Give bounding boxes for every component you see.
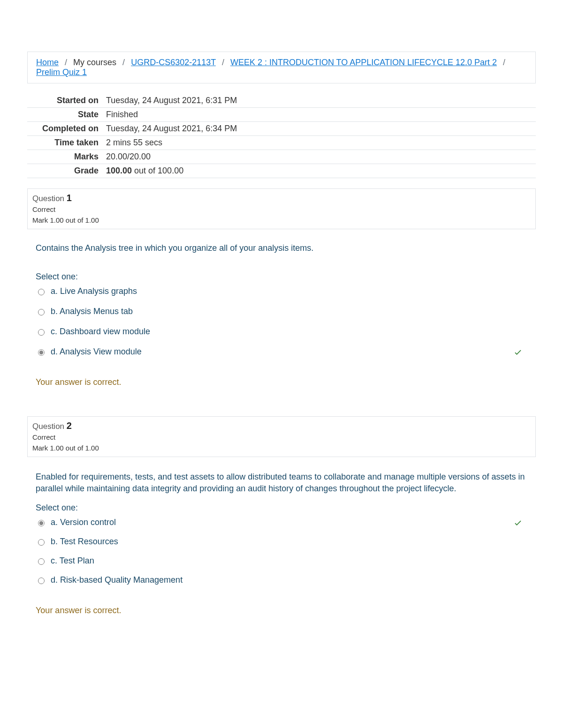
question-title: Question 1 bbox=[32, 193, 531, 203]
summary-label: Marks bbox=[27, 150, 102, 164]
summary-label: Time taken bbox=[27, 136, 102, 150]
question-word: Question bbox=[32, 422, 64, 431]
option-c[interactable]: c. Test Plan bbox=[36, 554, 527, 568]
breadcrumb-home[interactable]: Home bbox=[36, 58, 59, 67]
question-number: 2 bbox=[67, 420, 72, 431]
summary-row-marks: Marks 20.00/20.00 bbox=[27, 150, 536, 164]
select-one-label: Select one: bbox=[36, 503, 527, 513]
option-label: a. Live Analysis graphs bbox=[51, 286, 527, 296]
summary-row-grade: Grade 100.00 out of 100.00 bbox=[27, 164, 536, 178]
summary-label: Completed on bbox=[27, 122, 102, 136]
option-c[interactable]: c. Dashboard view module bbox=[36, 325, 527, 338]
select-one-label: Select one: bbox=[36, 272, 527, 282]
summary-label: Grade bbox=[27, 164, 102, 178]
summary-value: 2 mins 55 secs bbox=[102, 136, 536, 150]
question-text: Enabled for requirements, tests, and tes… bbox=[36, 471, 527, 495]
summary-row-started: Started on Tuesday, 24 August 2021, 6:31… bbox=[27, 94, 536, 108]
check-icon bbox=[513, 518, 523, 527]
radio-input[interactable] bbox=[38, 539, 45, 546]
question-mark: Mark 1.00 out of 1.00 bbox=[32, 444, 531, 452]
question-title: Question 2 bbox=[32, 420, 531, 431]
quiz-summary-table: Started on Tuesday, 24 August 2021, 6:31… bbox=[27, 94, 536, 178]
summary-value: Tuesday, 24 August 2021, 6:34 PM bbox=[102, 122, 536, 136]
option-b[interactable]: b. Test Resources bbox=[36, 535, 527, 548]
radio-input[interactable] bbox=[38, 329, 45, 336]
breadcrumb: Home / My courses / UGRD-CS6302-2113T / … bbox=[27, 52, 536, 83]
option-label: a. Version control bbox=[51, 518, 509, 527]
radio-input[interactable] bbox=[38, 309, 45, 315]
summary-value: Tuesday, 24 August 2021, 6:31 PM bbox=[102, 94, 536, 108]
radio-input[interactable] bbox=[38, 578, 45, 584]
question-status: Correct bbox=[32, 433, 531, 441]
question-1-header-box: Question 1 Correct Mark 1.00 out of 1.00 bbox=[27, 188, 536, 229]
question-1-body: Contains the Analysis tree in which you … bbox=[27, 229, 536, 406]
grade-value: 100.00 bbox=[106, 166, 132, 175]
breadcrumb-sep: / bbox=[122, 58, 125, 67]
option-label: c. Test Plan bbox=[51, 556, 527, 566]
summary-label: Started on bbox=[27, 94, 102, 108]
radio-input[interactable] bbox=[38, 289, 45, 295]
option-d[interactable]: d. Analysis View module bbox=[36, 345, 527, 359]
summary-value: 20.00/20.00 bbox=[102, 150, 536, 164]
breadcrumb-sep: / bbox=[503, 58, 505, 67]
question-2-header-box: Question 2 Correct Mark 1.00 out of 1.00 bbox=[27, 416, 536, 457]
question-mark: Mark 1.00 out of 1.00 bbox=[32, 216, 531, 224]
option-label: d. Analysis View module bbox=[51, 347, 509, 357]
option-a[interactable]: a. Version control bbox=[36, 516, 527, 529]
radio-input[interactable] bbox=[38, 520, 45, 526]
breadcrumb-sep: / bbox=[65, 58, 67, 67]
question-number: 1 bbox=[67, 193, 72, 203]
summary-value: Finished bbox=[102, 108, 536, 122]
feedback-text: Your answer is correct. bbox=[36, 606, 527, 615]
summary-row-time-taken: Time taken 2 mins 55 secs bbox=[27, 136, 536, 150]
option-label: b. Analysis Menus tab bbox=[51, 307, 527, 316]
option-a[interactable]: a. Live Analysis graphs bbox=[36, 285, 527, 298]
option-b[interactable]: b. Analysis Menus tab bbox=[36, 305, 527, 318]
option-label: c. Dashboard view module bbox=[51, 327, 527, 337]
option-label: b. Test Resources bbox=[51, 537, 527, 547]
question-word: Question bbox=[32, 194, 64, 203]
summary-label: State bbox=[27, 108, 102, 122]
breadcrumb-my-courses: My courses bbox=[73, 58, 116, 67]
breadcrumb-sep: / bbox=[222, 58, 224, 67]
breadcrumb-week[interactable]: WEEK 2 : INTRODUCTION TO APPLICATION LIF… bbox=[230, 58, 497, 67]
breadcrumb-quiz[interactable]: Prelim Quiz 1 bbox=[36, 68, 87, 77]
radio-input[interactable] bbox=[38, 349, 45, 356]
summary-value: 100.00 out of 100.00 bbox=[102, 164, 536, 178]
question-2-body: Enabled for requirements, tests, and tes… bbox=[27, 457, 536, 634]
radio-input[interactable] bbox=[38, 558, 45, 565]
option-d[interactable]: d. Risk-based Quality Management bbox=[36, 573, 527, 587]
option-label: d. Risk-based Quality Management bbox=[51, 575, 527, 585]
question-text: Contains the Analysis tree in which you … bbox=[36, 243, 527, 253]
summary-row-state: State Finished bbox=[27, 108, 536, 122]
check-icon bbox=[513, 347, 523, 357]
breadcrumb-course[interactable]: UGRD-CS6302-2113T bbox=[131, 58, 216, 67]
question-status: Correct bbox=[32, 205, 531, 213]
grade-out-of: out of 100.00 bbox=[132, 166, 183, 175]
summary-row-completed: Completed on Tuesday, 24 August 2021, 6:… bbox=[27, 122, 536, 136]
feedback-text: Your answer is correct. bbox=[36, 377, 527, 387]
